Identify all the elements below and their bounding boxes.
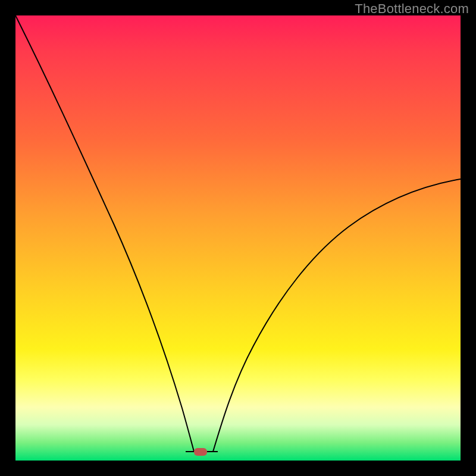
- chart-frame: TheBottleneck.com: [0, 0, 476, 476]
- curve-right-branch: [213, 179, 461, 452]
- curve-svg: [15, 15, 461, 461]
- plot-area: [15, 15, 461, 461]
- watermark-text: TheBottleneck.com: [355, 1, 469, 17]
- curve-left-branch: [15, 15, 194, 452]
- minimum-marker: [194, 448, 207, 456]
